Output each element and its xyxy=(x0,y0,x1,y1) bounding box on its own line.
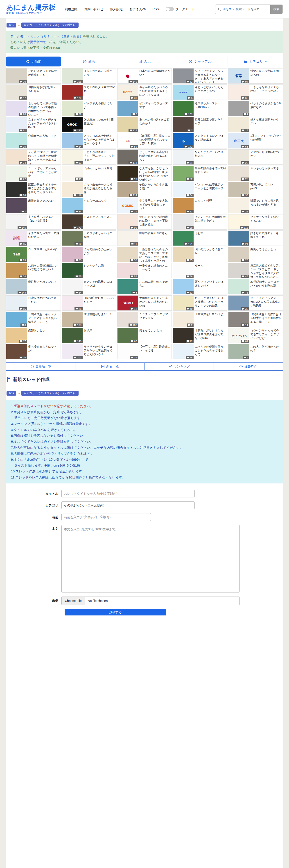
thread-card[interactable]: S&B69ローズマリーはいいぞ xyxy=(6,247,61,262)
thread-card[interactable]: 148最近勢いが凄くない？ xyxy=(6,279,61,294)
choose-file-button[interactable]: Choose File xyxy=(62,597,85,605)
thread-card[interactable]: 34今と昔で扱いが180°変わってる食材とか健康法ってチラホラあるよね xyxy=(6,149,61,165)
notice-darkmode-link[interactable]: ダークモードとカテゴリミュート（更新・新着） xyxy=(10,34,83,38)
thread-card[interactable]: 62ナキウサギとかいう生き物 xyxy=(62,230,116,246)
thread-card[interactable]: 36サーミ人というアメリカに3万人も居る北欧の少数民族 xyxy=(228,295,283,311)
thread-card[interactable]: 14【閲覧注意】創作における触手には色々可能性があると思ってる xyxy=(228,312,283,327)
nav-link-3[interactable]: あにまんch xyxy=(129,7,146,11)
thread-card[interactable]: 33犬って舐めるの上手いよな xyxy=(62,247,116,262)
thread-card[interactable]: 12【悲報】ガリレオ氏まだ世界球体説を諦めてない模様w xyxy=(173,328,227,343)
thread-card[interactable]: 34お前らの最強雑飯について教えて欲しい！ xyxy=(6,263,61,278)
thread-card[interactable]: 19なんでも願いがひとつ叶うが1年以内に500人以上56さないといけないボタン xyxy=(117,165,172,181)
thread-card[interactable]: あ142スレ立てするほどではない話prt113 xyxy=(173,133,227,149)
site-logo[interactable]: あにまん掲示板 animan bbs@二次元オンリー xyxy=(6,4,56,14)
thread-card[interactable]: 43ワイ「ブラインドタッチ出来るようになった！」友人「タッチタイピング、な？」 xyxy=(173,68,227,84)
thread-card[interactable]: 29P.ソフトバンク藤田悠太郎に熱を上げる xyxy=(173,214,227,229)
thread-card[interactable]: 34すしらーめんりく xyxy=(62,198,116,213)
tab-シャッフル[interactable]: シャッフル xyxy=(172,57,228,66)
thread-card[interactable]: 27ニートぼく、来月からバイトで働くことが決定 xyxy=(6,165,61,181)
thread-card[interactable]: GROK197Grok総合スレnew4【閲覧注意】 xyxy=(62,117,116,132)
thread-card[interactable]: 32バッタさんを捕まえたよ xyxy=(62,101,116,116)
thread-card[interactable]: 7米津玄師ファンスレ xyxy=(6,198,61,213)
thread-card[interactable]: 12頭がフワフワするのは楽しいけど xyxy=(173,279,227,294)
thread-card[interactable]: 101サソリとかタランチュラみたいな毒虫飼ってるまん民いる？ xyxy=(62,344,116,359)
thread-card[interactable]: 39【一応虫注意】最近蟻にハマってる xyxy=(117,344,172,359)
thread-card[interactable]: 66うーん xyxy=(173,263,227,278)
thread-card[interactable]: 75ジンというお酒 xyxy=(62,263,116,278)
thread-card[interactable]: 95荒らしじゃない話の流れに沿ってるけど不快な書き込み xyxy=(117,214,172,229)
thread-card[interactable]: 33万博の思い出スレ part3 xyxy=(228,182,283,197)
thread-card[interactable]: 167ミニチュアブルテリア ファンスレ xyxy=(117,312,172,327)
thread-card[interactable]: 23白滝ってうまいよね xyxy=(228,247,283,262)
thread-card[interactable]: 25【閲覧注意】ねぇ...♡わたしと xyxy=(62,295,116,311)
thread-card[interactable]: 85台湾原住民について語りたい xyxy=(6,295,61,311)
thread-card[interactable]: 24東アジアの民族の人口トップ16 xyxy=(62,279,116,294)
thread-card[interactable]: 191うおw xyxy=(173,230,227,246)
tab-カテゴリ[interactable]: カテゴリ▼ xyxy=(228,57,283,66)
nav-link-2[interactable]: 個人設定 xyxy=(110,7,123,11)
thread-card[interactable]: 8さんねん峠で転んでから... xyxy=(117,279,172,294)
thread-card[interactable]: 140お彼岸 xyxy=(62,328,116,343)
thread-card[interactable]: 2【閲覧注意】男だけど xyxy=(173,312,227,327)
thread-card[interactable]: 76夜も冷えるようになったし xyxy=(6,344,61,359)
thread-card[interactable]: 101週末サッカースレ（10/10～） xyxy=(173,101,227,116)
thread-card[interactable]: 115マイナーな良曲を紹介するスレ xyxy=(228,214,283,229)
tab-人気[interactable]: 人気 xyxy=(117,57,172,66)
thread-card[interactable]: 11「殉死」とかいう風習 xyxy=(62,165,116,181)
thread-card[interactable]: 17刃物が好きな奴は砥石も好き説 xyxy=(6,85,61,100)
breadcrumb-top[interactable]: TOP xyxy=(6,391,16,396)
thread-card[interactable]: 173ドストエフスキースレ xyxy=(62,214,116,229)
thread-card[interactable]: 26ノアの方舟は実話なのか？ xyxy=(228,149,283,165)
thread-card[interactable]: 1889【超閲覧注意】深夜にエロい願望語ってスッキリ部 71夜目 xyxy=(117,133,172,149)
thread-card[interactable]: 25ぶっちゃけ便器を使うことをためらってる男って xyxy=(173,344,227,359)
thread-card[interactable]: 145主人公受にハマると【BLネタ注意】 xyxy=(6,214,61,229)
thread-card[interactable]: 1意外な設定で驚いたキャラ xyxy=(173,117,227,132)
bottom-nav-新着一覧[interactable]: 新着一覧 xyxy=(75,363,144,370)
thread-card[interactable]: 副業65今まで見た広告で一番嫌いな広告 xyxy=(6,230,61,246)
thread-card[interactable]: welcome5今思うとなんだったんだ？と思うもの xyxy=(173,85,227,100)
thread-card[interactable]: 28もしかして人類って他の動物に比べて毒物への耐性がかなり高い......？ xyxy=(6,101,61,116)
thread-card[interactable]: 7120世紀前半のヨーロッパとかいう創作の源 xyxy=(228,279,283,294)
thread-card[interactable]: 11野球の試合延長許さん xyxy=(117,230,172,246)
thread-card[interactable]: 18好きな王道展開をいうスレ xyxy=(228,117,283,132)
thread-card[interactable]: 6インディーのジョーズです xyxy=(117,101,172,116)
search-button[interactable]: 検索 xyxy=(270,5,283,14)
search-input[interactable] xyxy=(234,6,270,12)
thread-card[interactable]: Ponta31ポイ活始めたらバカみたいに資産溜まるようになってワロタ xyxy=(117,85,172,100)
nav-link-0[interactable]: 利用規約 xyxy=(65,7,77,11)
submit-button[interactable]: 投稿する xyxy=(65,609,166,616)
trip-link[interactable]: トリップ xyxy=(54,452,67,455)
thread-card[interactable]: 179歴史上の最ダメ君主決定戦 xyxy=(62,85,116,100)
dark-mode-toggle[interactable] xyxy=(166,7,174,11)
thread-card[interactable]: 40ちょっと遅くなったけど彼氏にしたいキャラランキングの結果 xyxy=(173,295,227,311)
thread-card[interactable]: 103俺は動物が好きだー！ xyxy=(62,312,116,327)
thread-card[interactable]: ●145日本の正式な建国年とかいう xyxy=(117,68,172,84)
breadcrumb-category[interactable]: カテゴリ『その他ジャンル(二次元以外)』 xyxy=(21,23,78,28)
thread-card[interactable]: コウペンちゃん81コウペンちゃんって今でもプリティーなデザインだけど xyxy=(228,328,283,343)
thread-card[interactable]: ＠二次581番すごいトリップのやつが優勝 xyxy=(228,133,283,149)
thread-card[interactable]: 4ペットのうさぎがもう9歳になる xyxy=(228,101,283,116)
thread-card[interactable]: 81なんだかんだこいつ便利よな xyxy=(173,149,227,165)
thread-card[interactable]: 10どれだけネットや医学が進歩しても xyxy=(6,68,61,84)
image-file-input[interactable]: Choose File No file chosen xyxy=(61,596,240,605)
thread-card[interactable]: 116ボカロ曲モチーフの異能力が使えるとしたらさ xyxy=(62,182,116,197)
thread-card[interactable]: 75明日のたつとろ予想スレ xyxy=(173,247,227,262)
thread-card[interactable]: 22架空の陰謀論を作って紹介するスレ xyxy=(173,165,227,181)
nav-link-1[interactable]: お問い合わせ xyxy=(84,7,103,11)
tab-新着[interactable]: 新着 xyxy=(61,57,117,66)
thread-card[interactable]: 28架空の映画タイトルを書くと誰かがあらすじを返してくれるスレ xyxy=(6,182,61,197)
thread-card[interactable]: 9この人、何が凄かったの？ xyxy=(228,344,283,359)
thread-card[interactable]: 54パソコンの効率化テクニックとか裏技小ネタ xyxy=(173,182,227,197)
thread-card[interactable]: 53一番うまい給食のメニューって xyxy=(117,263,172,278)
bottom-nav-ランキング[interactable]: ランキング xyxy=(145,363,214,370)
thread-card[interactable]: 24メッシ（2022年時点）からボールを奪えたら2億円←やる？ xyxy=(62,133,116,149)
breadcrumb-top[interactable]: TOP xyxy=(6,23,16,28)
thread-card[interactable]: 173どうして性犯罪者は刑務所で虐められるんだろ？ xyxy=(117,149,172,165)
nav-link-4[interactable]: RSS xyxy=(152,7,159,11)
thread-card[interactable]: 195【虫】コガネムシ科という xyxy=(62,68,116,84)
thread-card[interactable]: 22ぶっちゃけ面接ってさ xyxy=(228,165,283,181)
search-scope-selector[interactable]: 現行スレ xyxy=(223,7,234,11)
thread-card[interactable]: 21にんにく料理 xyxy=(173,198,227,213)
thread-card[interactable]: 93「酒は酔うためのものでありコスパ第一で味は二の次」という言葉って真理だと思う… xyxy=(117,247,172,262)
tab-更新順[interactable]: 更新順 xyxy=(6,57,61,66)
